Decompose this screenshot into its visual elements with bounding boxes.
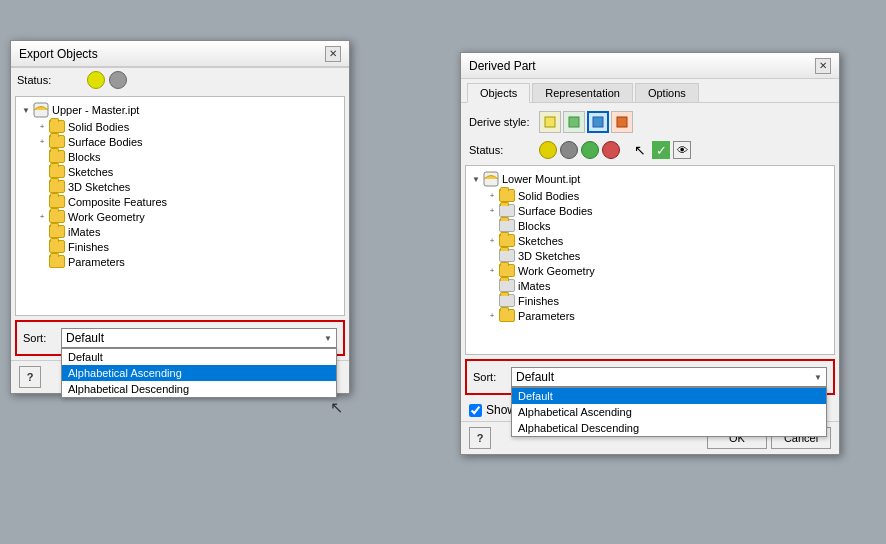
tree-label-solid: Solid Bodies: [68, 121, 129, 133]
expand-icon-solid[interactable]: +: [36, 121, 48, 133]
tree-label-d-3dsk: 3D Sketches: [518, 250, 580, 262]
derive-style-label: Derive style:: [469, 116, 539, 128]
derive-style-btn-4[interactable]: [611, 111, 633, 133]
derived-help-button[interactable]: ?: [469, 427, 491, 449]
tree-label-d-blocks: Blocks: [518, 220, 550, 232]
export-sort-label: Sort:: [23, 332, 53, 344]
derived-sort-arrow: ▼: [814, 373, 822, 382]
tree-item-composite[interactable]: + Composite Features: [20, 194, 340, 209]
derived-tree-solid[interactable]: + Solid Bodies: [470, 188, 830, 203]
tree-item-finishes[interactable]: + Finishes: [20, 239, 340, 254]
tree-item-solid[interactable]: + Solid Bodies: [20, 119, 340, 134]
export-status-icon-1[interactable]: [87, 71, 105, 89]
tab-representation[interactable]: Representation: [532, 83, 633, 102]
tree-label-d-wg: Work Geometry: [518, 265, 595, 277]
export-dialog-title: Export Objects: [19, 47, 98, 61]
derive-icon-2: [567, 115, 581, 129]
derived-dropdown-item-asc[interactable]: Alphabetical Ascending: [512, 404, 826, 420]
export-objects-dialog: Export Objects ✕ Status: ▼ Upper - Maste…: [10, 40, 350, 394]
tab-objects[interactable]: Objects: [467, 83, 530, 103]
derived-tree-finishes[interactable]: + Finishes: [470, 293, 830, 308]
derive-style-row: Derive style:: [461, 107, 839, 137]
export-sort-select[interactable]: Default ▼: [61, 328, 337, 348]
derived-sort-row: Sort: Default ▼ Default Alphabetical Asc…: [473, 367, 827, 387]
expand-icon-workgeo[interactable]: +: [36, 211, 48, 223]
derived-dropdown-item-default[interactable]: Default: [512, 388, 826, 404]
expand-icon-surface[interactable]: +: [36, 136, 48, 148]
tree-label-sketches: Sketches: [68, 166, 113, 178]
status-icon-red: [602, 141, 620, 159]
derive-style-btn-3[interactable]: [587, 111, 609, 133]
derive-style-btn-1[interactable]: [539, 111, 561, 133]
tab-options[interactable]: Options: [635, 83, 699, 102]
export-status-label: Status:: [17, 74, 87, 86]
tree-label-3dsketches: 3D Sketches: [68, 181, 130, 193]
folder-icon-d-3dsk: [499, 249, 515, 262]
expand-icon-d-sketches[interactable]: +: [486, 235, 498, 247]
tree-item-blocks[interactable]: + Blocks: [20, 149, 340, 164]
tree-item-workgeo[interactable]: + Work Geometry: [20, 209, 340, 224]
expand-icon-d-params[interactable]: +: [486, 310, 498, 322]
derived-sort-select[interactable]: Default ▼: [511, 367, 827, 387]
export-help-button[interactable]: ?: [19, 366, 41, 388]
export-dropdown-item-default[interactable]: Default: [62, 349, 336, 365]
export-sort-row: Sort: Default ▼ Default Alphabetical Asc…: [23, 328, 337, 348]
derive-style-btn-2[interactable]: [563, 111, 585, 133]
part-icon-root: [33, 102, 49, 118]
derive-icon-1: [543, 115, 557, 129]
folder-icon-workgeo: [49, 210, 65, 223]
derived-tree-root[interactable]: ▼ Lower Mount.ipt: [470, 170, 830, 188]
derived-sort-wrapper: Default ▼ Default Alphabetical Ascending…: [511, 367, 827, 387]
expand-icon-root[interactable]: ▼: [20, 104, 32, 116]
tree-item-root[interactable]: ▼ Upper - Master.ipt: [20, 101, 340, 119]
derived-status-label: Status:: [469, 144, 539, 156]
mouse-cursor: ↖: [330, 398, 343, 417]
svg-rect-2: [569, 117, 579, 127]
folder-icon-surface: [49, 135, 65, 148]
folder-icon-imates: [49, 225, 65, 238]
export-status-icon-2[interactable]: [109, 71, 127, 89]
status-check-icon[interactable]: ✓: [652, 141, 670, 159]
derived-show-all-checkbox[interactable]: [469, 404, 482, 417]
derived-tree-label-root: Lower Mount.ipt: [502, 173, 580, 185]
tree-label-surface: Surface Bodies: [68, 136, 143, 148]
folder-icon-d-sketches: [499, 234, 515, 247]
status-icon-green-refresh[interactable]: [581, 141, 599, 159]
status-eye-icon[interactable]: 👁: [673, 141, 691, 159]
export-dialog-titlebar: Export Objects ✕: [11, 41, 349, 67]
tree-item-parameters[interactable]: + Parameters: [20, 254, 340, 269]
export-dropdown-item-desc[interactable]: Alphabetical Descending: [62, 381, 336, 397]
expand-icon-derived-root[interactable]: ▼: [470, 173, 482, 185]
tree-item-imates[interactable]: + iMates: [20, 224, 340, 239]
export-dropdown-item-asc[interactable]: Alphabetical Ascending: [62, 365, 336, 381]
derived-tree-blocks[interactable]: + Blocks: [470, 218, 830, 233]
derived-sort-dropdown: Default Alphabetical Ascending Alphabeti…: [511, 387, 827, 437]
expand-icon-d-wg[interactable]: +: [486, 265, 498, 277]
tree-label-root: Upper - Master.ipt: [52, 104, 139, 116]
expand-icon-d-surface[interactable]: +: [486, 205, 498, 217]
derived-tree-imates[interactable]: + iMates: [470, 278, 830, 293]
derived-tree-sketches[interactable]: + Sketches: [470, 233, 830, 248]
derived-tree-surface[interactable]: + Surface Bodies: [470, 203, 830, 218]
derived-dialog-close[interactable]: ✕: [815, 58, 831, 74]
export-status-bar: Status:: [11, 67, 349, 92]
derived-tree-workgeo[interactable]: + Work Geometry: [470, 263, 830, 278]
status-cursor-icon[interactable]: ↖: [631, 141, 649, 159]
derived-tree-params[interactable]: + Parameters: [470, 308, 830, 323]
tree-item-surface[interactable]: + Surface Bodies: [20, 134, 340, 149]
tree-label-d-params: Parameters: [518, 310, 575, 322]
derived-tree-area: ▼ Lower Mount.ipt + Solid Bodies + Surfa…: [465, 165, 835, 355]
expand-icon-d-solid[interactable]: +: [486, 190, 498, 202]
export-dialog-close[interactable]: ✕: [325, 46, 341, 62]
svg-rect-4: [617, 117, 627, 127]
svg-rect-3: [593, 117, 603, 127]
tree-label-d-imates: iMates: [518, 280, 550, 292]
derived-dropdown-item-desc[interactable]: Alphabetical Descending: [512, 420, 826, 436]
folder-icon-d-params: [499, 309, 515, 322]
folder-icon-d-fin: [499, 294, 515, 307]
derived-tree-3dsketches[interactable]: + 3D Sketches: [470, 248, 830, 263]
tree-item-sketches[interactable]: + Sketches: [20, 164, 340, 179]
tree-item-3dsketches[interactable]: + 3D Sketches: [20, 179, 340, 194]
derived-dialog-titlebar: Derived Part ✕: [461, 53, 839, 79]
status-icon-yellow: [539, 141, 557, 159]
